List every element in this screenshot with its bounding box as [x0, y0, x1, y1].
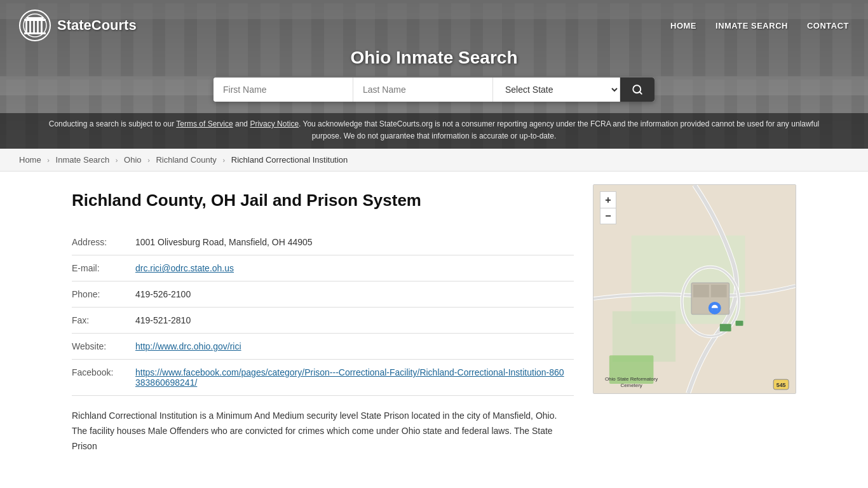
- breadcrumb-current: Richland Correctional Institution: [231, 155, 348, 165]
- breadcrumb: Home › Inmate Search › Ohio › Richland C…: [0, 149, 868, 172]
- breadcrumb-sep-3: ›: [147, 156, 150, 164]
- state-select[interactable]: Select StateAlabamaAlaskaArizonaArkansas…: [493, 78, 620, 102]
- map-container: Ohio State Reformatory Cemetery 545 + −: [593, 184, 796, 394]
- first-name-input[interactable]: [214, 78, 353, 102]
- map-zoom-out-button[interactable]: −: [600, 208, 616, 224]
- facility-info-table: Address: 1001 Olivesburg Road, Mansfield…: [72, 229, 574, 396]
- main-content: Richland County, OH Jail and Prison Syst…: [53, 172, 815, 473]
- breadcrumb-sep-4: ›: [222, 156, 225, 164]
- svg-rect-2: [25, 21, 27, 32]
- logo-icon: [19, 10, 51, 41]
- email-label: E-mail:: [72, 255, 135, 281]
- map-zoom-in-button[interactable]: +: [600, 191, 616, 208]
- facebook-label: Facebook:: [72, 360, 135, 396]
- website-value: http://www.drc.ohio.gov/rici: [135, 334, 574, 360]
- svg-rect-4: [33, 21, 35, 32]
- facebook-row: Facebook: https://www.facebook.com/pages…: [72, 360, 574, 396]
- terms-link[interactable]: Terms of Service: [176, 119, 233, 128]
- fax-row: Fax: 419-521-2810: [72, 308, 574, 334]
- phone-row: Phone: 419-526-2100: [72, 281, 574, 308]
- facility-heading: Richland County, OH Jail and Prison Syst…: [72, 191, 574, 210]
- search-bar-container: Select StateAlabamaAlaskaArizonaArkansas…: [0, 78, 868, 113]
- breadcrumb-home[interactable]: Home: [19, 155, 41, 165]
- map-controls: + −: [600, 191, 616, 224]
- svg-text:545: 545: [776, 382, 786, 388]
- svg-rect-9: [27, 17, 43, 19]
- svg-rect-19: [693, 285, 709, 297]
- info-section: Richland County, OH Jail and Prison Syst…: [72, 184, 574, 454]
- fax-label: Fax:: [72, 308, 135, 334]
- nav-home[interactable]: HOME: [670, 21, 696, 30]
- site-header: StateCourts HOME INMATE SEARCH CONTACT O…: [0, 0, 868, 149]
- svg-rect-6: [41, 21, 43, 32]
- email-row: E-mail: drc.rici@odrc.state.oh.us: [72, 255, 574, 281]
- logo-text: StateCourts: [57, 17, 137, 34]
- facebook-value: https://www.facebook.com/pages/category/…: [135, 360, 574, 396]
- website-link[interactable]: http://www.drc.ohio.gov/rici: [135, 341, 241, 351]
- logo-link[interactable]: StateCourts: [19, 10, 137, 41]
- svg-rect-5: [37, 21, 39, 32]
- svg-text:Ohio State Reformatory: Ohio State Reformatory: [605, 376, 658, 382]
- nav-contact[interactable]: CONTACT: [807, 21, 849, 30]
- privacy-link[interactable]: Privacy Notice: [250, 119, 299, 128]
- svg-line-11: [639, 92, 641, 93]
- search-button[interactable]: [620, 78, 654, 102]
- address-row: Address: 1001 Olivesburg Road, Mansfield…: [72, 229, 574, 255]
- email-value: drc.rici@odrc.state.oh.us: [135, 255, 574, 281]
- search-form: Select StateAlabamaAlaskaArizonaArkansas…: [214, 78, 654, 102]
- outer-container: Richland County, OH Jail and Prison Syst…: [0, 172, 868, 475]
- svg-rect-3: [29, 21, 31, 32]
- disclaimer-bar: Conducting a search is subject to our Te…: [0, 113, 868, 149]
- breadcrumb-inmate-search[interactable]: Inmate Search: [56, 155, 110, 165]
- header-title-area: Ohio Inmate Search: [0, 41, 868, 78]
- svg-rect-8: [24, 19, 46, 21]
- facebook-link[interactable]: https://www.facebook.com/pages/category/…: [135, 367, 564, 388]
- website-row: Website: http://www.drc.ohio.gov/rici: [72, 334, 574, 360]
- map-svg: Ohio State Reformatory Cemetery 545: [593, 185, 796, 393]
- email-link[interactable]: drc.rici@odrc.state.oh.us: [135, 263, 234, 273]
- svg-text:Cemetery: Cemetery: [620, 383, 642, 388]
- facility-description: Richland Correctional Institution is a M…: [72, 409, 574, 454]
- svg-rect-15: [613, 311, 675, 362]
- address-value: 1001 Olivesburg Road, Mansfield, OH 4490…: [135, 229, 574, 255]
- site-title: Ohio Inmate Search: [0, 48, 868, 68]
- fax-value: 419-521-2810: [135, 308, 574, 334]
- header-top-bar: StateCourts HOME INMATE SEARCH CONTACT: [0, 0, 868, 41]
- breadcrumb-sep-2: ›: [116, 156, 118, 164]
- svg-rect-22: [736, 321, 743, 326]
- svg-rect-20: [711, 285, 727, 297]
- breadcrumb-county[interactable]: Richland County: [156, 155, 216, 165]
- svg-rect-7: [24, 32, 46, 34]
- phone-label: Phone:: [72, 281, 135, 308]
- breadcrumb-state[interactable]: Ohio: [124, 155, 141, 165]
- main-nav: HOME INMATE SEARCH CONTACT: [670, 21, 849, 30]
- phone-value: 419-526-2100: [135, 281, 574, 308]
- map-section: Ohio State Reformatory Cemetery 545 + −: [593, 184, 796, 394]
- breadcrumb-sep-1: ›: [47, 156, 50, 164]
- website-label: Website:: [72, 334, 135, 360]
- svg-rect-21: [720, 324, 731, 332]
- address-label: Address:: [72, 229, 135, 255]
- nav-inmate-search[interactable]: INMATE SEARCH: [715, 21, 788, 30]
- last-name-input[interactable]: [353, 78, 493, 102]
- search-icon: [632, 84, 643, 95]
- content-wrapper: Richland County, OH Jail and Prison Syst…: [72, 184, 796, 454]
